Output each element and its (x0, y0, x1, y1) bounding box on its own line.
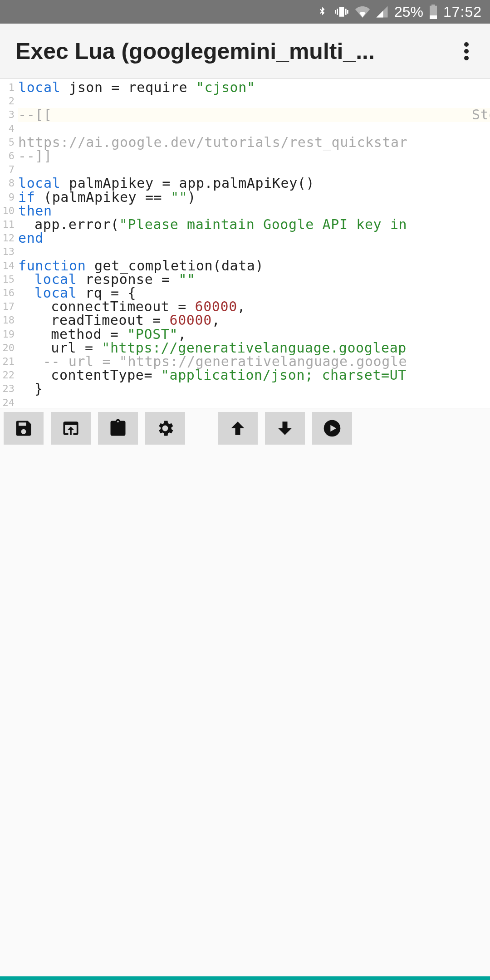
arrow-up-icon (228, 418, 248, 438)
svg-rect-1 (431, 5, 435, 6)
code-line[interactable]: https://ai.google.dev/tutorials/rest_qui… (18, 136, 490, 149)
code-line[interactable]: Store API key in Preferences "Google" AP… (472, 108, 490, 122)
line-number: 10 (0, 204, 15, 218)
code-line[interactable]: } (18, 382, 490, 396)
gear-icon (155, 418, 175, 438)
paste-icon (108, 418, 128, 438)
line-gutter: 123456789101112131415161718192021222324 (0, 79, 18, 408)
run-button[interactable] (312, 412, 352, 445)
toolbar-spacer (192, 412, 211, 445)
code-line[interactable]: function get_completion(data) (18, 259, 490, 273)
overflow-menu-button[interactable] (453, 38, 480, 65)
code-line[interactable]: --[[ (18, 108, 472, 122)
code-line[interactable]: local json = require "cjson" (18, 81, 490, 94)
line-number: 1 (0, 81, 15, 94)
line-number: 13 (0, 245, 15, 259)
code-editor[interactable]: 123456789101112131415161718192021222324 … (0, 79, 490, 408)
code-line[interactable]: end (18, 231, 490, 245)
bottom-accent-bar (0, 976, 490, 980)
settings-button[interactable] (145, 412, 185, 445)
more-vert-icon (464, 41, 469, 61)
signal-icon (375, 5, 389, 19)
clock: 17:52 (443, 4, 482, 20)
svg-point-3 (464, 42, 469, 47)
line-number: 18 (0, 314, 15, 327)
open-button[interactable] (51, 412, 91, 445)
line-number: 3 (0, 108, 15, 122)
save-button[interactable] (4, 412, 44, 445)
line-number: 5 (0, 136, 15, 149)
save-icon (14, 418, 34, 438)
open-in-browser-icon (61, 418, 81, 438)
line-number: 17 (0, 300, 15, 314)
code-line[interactable]: local rq = { (18, 286, 490, 300)
battery-icon (429, 5, 438, 19)
code-line[interactable] (18, 163, 490, 176)
code-line[interactable]: url = "https://generativelanguage.google… (18, 341, 490, 355)
line-number: 8 (0, 176, 15, 190)
code-line[interactable]: --]] (18, 149, 490, 163)
code-line[interactable] (18, 94, 490, 108)
line-number: 6 (0, 149, 15, 163)
svg-rect-2 (430, 15, 437, 19)
code-line[interactable] (18, 245, 490, 259)
code-line[interactable]: app.error("Please maintain Google API ke… (18, 218, 490, 231)
vibrate-icon (333, 5, 350, 19)
line-number: 20 (0, 341, 15, 355)
line-number: 24 (0, 396, 15, 408)
code-line[interactable]: then (18, 204, 490, 218)
code-line[interactable]: -- url = "https://generativelanguage.goo… (18, 355, 490, 368)
line-number: 14 (0, 259, 15, 273)
line-number: 21 (0, 355, 15, 368)
line-number: 12 (0, 231, 15, 245)
code-line[interactable]: local palmApikey = app.palmApiKey() (18, 176, 490, 190)
down-button[interactable] (265, 412, 305, 445)
line-number: 16 (0, 286, 15, 300)
status-bar: 25% 17:52 (0, 0, 490, 24)
code-content[interactable]: local json = require "cjson" --[[Store A… (18, 79, 490, 408)
up-button[interactable] (218, 412, 258, 445)
page-title: Exec Lua (googlegemini_multi_... (15, 38, 375, 64)
battery-text: 25% (394, 4, 423, 20)
code-line[interactable] (18, 122, 490, 136)
editor-toolbar (0, 408, 490, 448)
line-number: 4 (0, 122, 15, 136)
play-circle-icon (322, 418, 342, 438)
svg-point-4 (464, 49, 469, 54)
line-number: 7 (0, 163, 15, 176)
line-number: 2 (0, 94, 15, 108)
wifi-icon (355, 5, 370, 19)
arrow-down-icon (275, 418, 295, 438)
line-number: 9 (0, 191, 15, 204)
bluetooth-icon (316, 5, 328, 19)
app-bar: Exec Lua (googlegemini_multi_... (0, 24, 490, 79)
line-number: 19 (0, 328, 15, 341)
code-line[interactable]: local response = "" (18, 273, 490, 286)
code-line[interactable]: connectTimeout = 60000, (18, 300, 490, 314)
paste-button[interactable] (98, 412, 138, 445)
svg-point-5 (464, 56, 469, 60)
line-number: 23 (0, 382, 15, 396)
code-line[interactable]: contentType= "application/json; charset=… (18, 368, 490, 382)
code-line[interactable]: method = "POST", (18, 328, 490, 341)
code-line[interactable]: if (palmApikey == "") (18, 191, 490, 204)
code-line[interactable]: readTimeout = 60000, (18, 314, 490, 327)
line-number: 22 (0, 368, 15, 382)
line-number: 15 (0, 273, 15, 286)
line-number: 11 (0, 218, 15, 231)
